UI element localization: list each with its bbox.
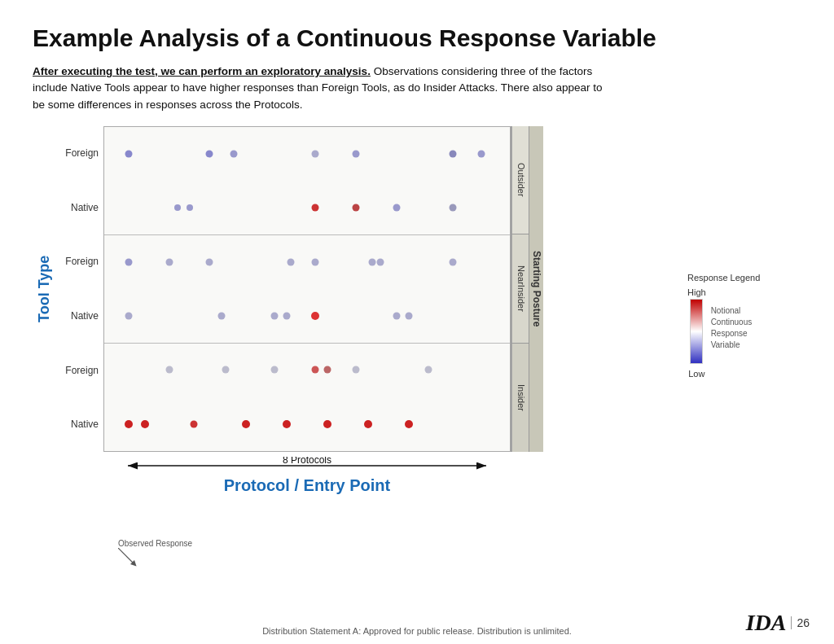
dot <box>271 366 279 374</box>
dot <box>352 204 359 212</box>
dot <box>283 420 291 428</box>
row-label-2: Foreign <box>59 234 103 289</box>
dot <box>242 420 250 428</box>
legend-title: Response Legend <box>687 273 785 283</box>
dot <box>125 312 132 319</box>
row-label-1: Native <box>59 180 103 234</box>
dot <box>190 420 197 427</box>
dot <box>478 150 485 157</box>
dot <box>352 366 359 374</box>
dot <box>450 150 457 157</box>
page: Example Analysis of a Continuous Respons… <box>0 0 834 644</box>
dot <box>218 312 226 319</box>
dot <box>311 366 318 374</box>
dot <box>141 420 149 428</box>
chart-area: Tool Type Foreign Native Foreign Native … <box>33 126 543 495</box>
description: After executing the test, we can perform… <box>33 64 603 113</box>
legend-description: Notional Continuous Response Variable <box>711 305 776 351</box>
posture-outsider-label: Outsider <box>511 126 529 234</box>
observed-response-area: Observed Response <box>118 539 192 572</box>
observed-response-label: Observed Response <box>118 539 192 548</box>
page-title: Example Analysis of a Continuous Respons… <box>33 24 801 52</box>
dot <box>323 420 331 428</box>
row-label-0: Foreign <box>59 126 103 181</box>
dot <box>405 420 413 428</box>
dot <box>125 150 132 157</box>
x-axis-area: 8 Protocols Protocol / Entry Point <box>103 457 511 495</box>
x-axis-label: Protocol / Entry Point <box>103 476 511 495</box>
observed-arrow-svg <box>118 548 143 572</box>
dot <box>222 366 230 374</box>
dot <box>352 150 359 157</box>
dot <box>206 150 213 157</box>
dot <box>311 150 318 157</box>
dot <box>288 258 295 265</box>
protocol-arrow-svg: 8 Protocols <box>120 457 494 475</box>
dot <box>230 150 238 157</box>
row-labels-container: Foreign Native Foreign Native Foreign Na… <box>59 126 103 452</box>
dot <box>376 258 384 265</box>
dot <box>174 204 181 211</box>
posture-nearinsider-label: NearInsider <box>511 234 529 343</box>
distribution-statement: Distribution Statement A: Approved for p… <box>262 626 572 636</box>
y-axis-label: Tool Type <box>33 126 55 452</box>
dot <box>425 366 432 374</box>
dot <box>311 258 318 265</box>
dot <box>393 204 400 212</box>
page-number: 26 <box>791 616 810 629</box>
legend-high-label: High <box>687 287 706 297</box>
dot <box>125 258 132 265</box>
dot <box>323 366 331 374</box>
h-divider-2 <box>104 343 510 344</box>
plot-grid <box>103 126 511 452</box>
row-label-3: Native <box>59 289 103 344</box>
dot <box>393 312 400 319</box>
posture-insider-label: Insider <box>511 343 529 452</box>
description-bold: After executing the test, we can perform… <box>33 65 371 77</box>
legend-gradient <box>690 299 703 364</box>
row-label-5: Native <box>59 397 103 452</box>
legend: Response Legend High Low Notional Contin… <box>687 273 785 379</box>
dot <box>165 258 173 265</box>
logo-area: IDA 26 <box>746 610 810 636</box>
ida-logo: IDA <box>746 610 787 636</box>
dot <box>368 258 375 265</box>
dot <box>364 420 372 428</box>
h-divider-1 <box>104 234 510 235</box>
svg-line-2 <box>118 548 134 564</box>
dot <box>125 420 133 428</box>
dot <box>271 312 279 319</box>
starting-posture-label: Starting Posture <box>529 126 543 452</box>
dot <box>283 312 291 319</box>
posture-band: Outsider NearInsider Insider Starting Po… <box>511 126 543 452</box>
dot <box>405 312 412 319</box>
dot <box>311 204 318 212</box>
dot <box>187 204 193 211</box>
footer: Distribution Statement A: Approved for p… <box>0 626 834 636</box>
row-label-4: Foreign <box>59 343 103 397</box>
protocol-arrow-row: 8 Protocols <box>103 457 511 475</box>
svg-text:8 Protocols: 8 Protocols <box>283 457 331 466</box>
dot <box>206 258 213 265</box>
dot <box>311 312 319 320</box>
dot <box>450 204 457 212</box>
legend-low-label: Low <box>688 369 705 379</box>
dot <box>450 258 457 265</box>
dot <box>165 366 173 374</box>
